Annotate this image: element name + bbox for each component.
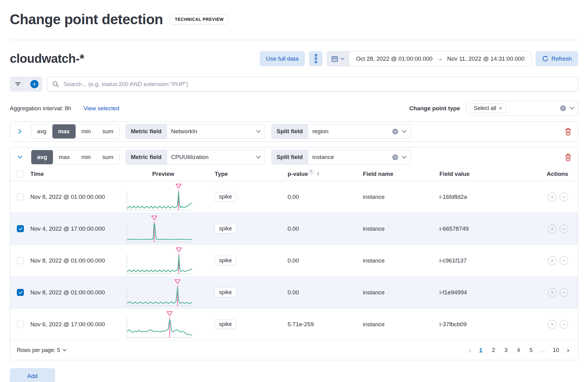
metric-field-control[interactable]: Metric field NetworkIn: [126, 124, 265, 139]
row-checkbox[interactable]: [17, 289, 24, 296]
filter-out-value-icon[interactable]: −: [560, 256, 568, 265]
column-header-type: Type: [200, 171, 275, 177]
change-point-type-select[interactable]: Select all ✕ ✕: [466, 101, 578, 116]
collapse-panel-button[interactable]: [15, 152, 25, 162]
metric-field-prepend: Metric field: [126, 124, 167, 138]
chevron-down-icon: [341, 58, 345, 60]
agg-option-avg[interactable]: avg: [31, 124, 52, 138]
chevron-down-icon: [402, 156, 406, 159]
refresh-label: Refresh: [551, 55, 572, 62]
type-badge: spike: [215, 224, 236, 233]
split-field-control[interactable]: Split field region ✕: [271, 124, 411, 139]
column-header-time[interactable]: Time: [28, 171, 126, 177]
type-badge: spike: [215, 192, 236, 202]
filter-out-value-icon[interactable]: −: [560, 225, 568, 233]
agg-option-max[interactable]: max: [52, 124, 76, 138]
pagination-page-10[interactable]: 10: [550, 346, 562, 354]
type-badge: spike: [215, 256, 236, 265]
kebab-menu-button[interactable]: [309, 51, 322, 66]
preview-sparkline-chart: [126, 183, 193, 211]
date-range-start[interactable]: Oct 28, 2022 @ 01:00:00.000: [356, 55, 432, 62]
preview-sparkline-chart: [126, 279, 193, 306]
add-filter-button[interactable]: +: [26, 77, 42, 92]
metric-field-prepend: Metric field: [126, 150, 167, 164]
plus-circle-icon: +: [30, 80, 39, 88]
row-checkbox[interactable]: [17, 257, 24, 264]
next-page-button[interactable]: ›: [566, 346, 571, 354]
row-p-value: 0.00: [275, 194, 351, 200]
selected-type-pill[interactable]: Select all ✕: [470, 104, 506, 113]
filter-for-value-icon[interactable]: +: [548, 320, 556, 329]
column-header-p-value[interactable]: p-value ? ↑: [275, 170, 351, 177]
index-pattern-title: cloudwatch-*: [10, 52, 84, 66]
expand-panel-button[interactable]: [15, 127, 25, 136]
agg-option-min[interactable]: min: [76, 124, 97, 138]
use-full-data-button[interactable]: Use full data: [260, 51, 305, 66]
table-row: Nov 4, 2022 @ 17:00:00.000 spike 0.00 in…: [10, 213, 578, 245]
filter-icon: [15, 81, 21, 87]
table-row: Nov 6, 2022 @ 17:00:00.000 spike 5.71e-2…: [10, 308, 578, 340]
view-selected-link[interactable]: View selected: [84, 105, 119, 112]
chevron-down-icon: [402, 130, 406, 133]
filter-for-value-icon[interactable]: +: [548, 225, 556, 233]
row-checkbox[interactable]: [17, 321, 24, 328]
pagination-ellipsis: …: [539, 347, 546, 354]
clear-split-field-icon[interactable]: ✕: [392, 129, 398, 134]
agg-option-sum[interactable]: sum: [96, 150, 119, 164]
preview-sparkline-chart: [126, 215, 193, 243]
table-row: Nov 8, 2022 @ 01:00:00.000 spike 0.00 in…: [10, 181, 578, 213]
type-badge: spike: [215, 288, 236, 297]
row-time: Nov 8, 2022 @ 01:00:00.000: [28, 289, 126, 296]
column-header-field-value: Field value: [427, 171, 541, 177]
help-icon[interactable]: ?: [309, 169, 314, 174]
row-field-name: instance: [351, 225, 427, 232]
search-input[interactable]: [63, 81, 573, 88]
select-all-checkbox[interactable]: [17, 170, 24, 177]
filter-out-value-icon[interactable]: −: [560, 320, 568, 329]
agg-option-min[interactable]: min: [76, 150, 97, 164]
calendar-icon: [331, 55, 338, 62]
chevron-down-icon: [570, 107, 574, 110]
filter-for-value-icon[interactable]: +: [548, 288, 556, 297]
refresh-button[interactable]: Refresh: [536, 51, 578, 66]
row-checkbox[interactable]: [17, 193, 24, 200]
date-range-end[interactable]: Nov 11, 2022 @ 14:31:00.000: [447, 55, 524, 62]
filter-out-value-icon[interactable]: −: [560, 193, 568, 201]
delete-config-button[interactable]: [563, 152, 573, 163]
remove-pill-icon[interactable]: ✕: [499, 106, 502, 111]
agg-option-avg[interactable]: avg: [31, 150, 53, 164]
filter-out-value-icon[interactable]: −: [560, 288, 568, 297]
previous-page-button[interactable]: ‹: [468, 346, 473, 354]
agg-option-sum[interactable]: sum: [96, 124, 119, 138]
filter-for-value-icon[interactable]: +: [548, 256, 556, 265]
delete-config-button[interactable]: [563, 126, 573, 137]
chevron-right-icon: [18, 129, 21, 134]
split-field-control[interactable]: Split field instance ✕: [271, 150, 411, 165]
pagination-pages: 12345…10: [477, 346, 562, 354]
filter-for-value-icon[interactable]: +: [548, 193, 556, 201]
row-checkbox[interactable]: [17, 225, 24, 232]
pagination-page-5[interactable]: 5: [527, 346, 535, 354]
kebab-icon: [315, 54, 317, 56]
clear-selection-icon[interactable]: ✕: [560, 105, 566, 111]
agg-function-group: avgmaxminsum: [31, 124, 119, 139]
row-field-name: instance: [351, 321, 427, 328]
row-time: Nov 8, 2022 @ 01:00:00.000: [28, 257, 126, 264]
calendar-dropdown-button[interactable]: [327, 51, 349, 66]
refresh-icon: [542, 55, 548, 62]
agg-option-max[interactable]: max: [53, 150, 76, 164]
pagination-page-2[interactable]: 2: [489, 346, 498, 354]
clear-split-field-icon[interactable]: ✕: [392, 154, 398, 160]
pagination-page-1[interactable]: 1: [477, 346, 485, 354]
row-field-value: i-c961f137: [427, 257, 541, 264]
pagination-page-4[interactable]: 4: [514, 346, 523, 354]
pagination-page-3[interactable]: 3: [502, 346, 510, 354]
search-bar: [47, 77, 578, 92]
add-config-button[interactable]: Add: [10, 368, 55, 382]
trash-icon: [564, 127, 572, 136]
search-icon: [52, 81, 59, 88]
chevron-down-icon: [17, 156, 22, 159]
metric-field-control[interactable]: Metric field CPUUtilization: [126, 150, 265, 165]
rows-per-page-control[interactable]: Rows per page: 5: [17, 347, 66, 354]
filter-list-button[interactable]: [10, 77, 26, 92]
